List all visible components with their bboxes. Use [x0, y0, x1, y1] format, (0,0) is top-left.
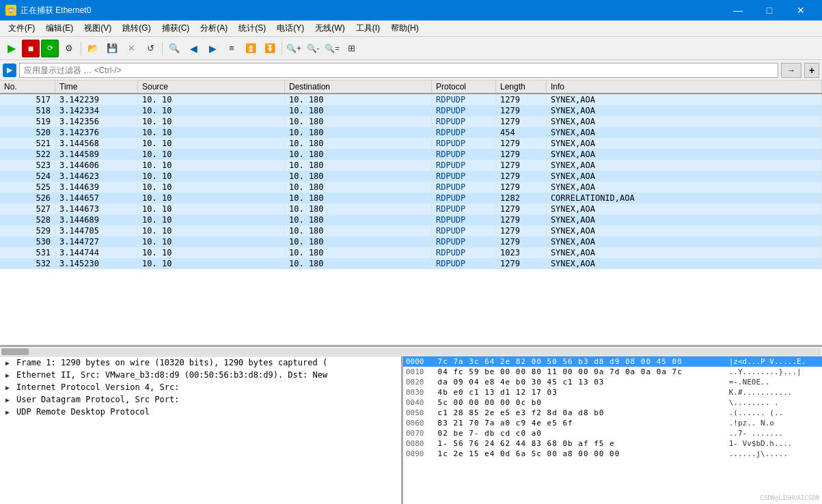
- filter-apply-button[interactable]: →: [781, 63, 802, 78]
- expand-icon[interactable]: ▶: [5, 359, 14, 367]
- table-row[interactable]: 5243.14462310. 1010. 180RDPUDP1279SYNEX,…: [0, 171, 822, 182]
- table-row[interactable]: 5223.14458910. 1010. 180RDPUDP1279SYNEX,…: [0, 149, 822, 160]
- table-header-row: No. Time Source Destination Protocol Len…: [0, 81, 822, 94]
- hex-ascii: K.#...........: [726, 387, 822, 397]
- table-row[interactable]: 5293.14470510. 1010. 180RDPUDP1279SYNEX,…: [0, 225, 822, 236]
- table-cell: SYNEX,AOA: [546, 247, 821, 258]
- table-cell: 529: [0, 225, 55, 236]
- table-row[interactable]: 5193.14235610. 1010. 180RDPUDP1279SYNEX,…: [0, 116, 822, 127]
- table-row[interactable]: 5173.14223910. 1010. 180RDPUDP1279SYNEX,…: [0, 94, 822, 105]
- table-row[interactable]: 5303.14472710. 1010. 180RDPUDP1279SYNEX,…: [0, 236, 822, 247]
- hex-ascii: ......j\.....: [726, 449, 822, 459]
- table-cell: SYNEX,AOA: [546, 94, 821, 105]
- table-cell: 10. 180: [284, 116, 431, 127]
- table-cell: 10. 10: [138, 214, 285, 225]
- packet-list-area[interactable]: No. Time Source Destination Protocol Len…: [0, 81, 822, 347]
- table-row[interactable]: 5313.14474410. 1010. 180RDPUDP1023SYNEX,…: [0, 247, 822, 258]
- h-scroll-thumb[interactable]: [1, 348, 29, 355]
- resize-columns-button[interactable]: ⊞: [342, 40, 360, 57]
- col-header-protocol[interactable]: Protocol: [431, 81, 495, 94]
- table-row[interactable]: 5183.14233410. 1010. 180RDPUDP1279SYNEX,…: [0, 105, 822, 116]
- close-button[interactable]: ✕: [785, 0, 817, 20]
- restart-capture-button[interactable]: ⟳: [41, 40, 59, 57]
- close-file-button[interactable]: ✕: [122, 40, 140, 57]
- table-cell: SYNEX,AOA: [546, 149, 821, 160]
- h-scroll-track: [1, 348, 821, 355]
- goto-packet-button[interactable]: ≡: [223, 40, 241, 57]
- detail-item[interactable]: ▶Ethernet II, Src: VMware_b3:d8:d9 (00:5…: [0, 369, 401, 381]
- save-file-button[interactable]: 💾: [103, 40, 121, 57]
- table-row[interactable]: 5203.14237610. 1010. 180RDPUDP454SYNEX,A…: [0, 127, 822, 138]
- toolbar-sep-3: [282, 42, 282, 55]
- col-header-info[interactable]: Info: [546, 81, 821, 94]
- table-cell: SYNEX,AOA: [546, 138, 821, 149]
- menu-view[interactable]: 视图(V): [79, 21, 117, 36]
- filter-add-button[interactable]: +: [804, 63, 819, 78]
- table-cell: RDPUDP: [431, 247, 495, 258]
- stop-capture-button[interactable]: ■: [22, 40, 40, 57]
- zoom-reset-button[interactable]: 🔍=: [323, 40, 341, 57]
- menu-file[interactable]: 文件(F): [3, 21, 40, 36]
- maximize-button[interactable]: □: [754, 0, 785, 20]
- col-header-destination[interactable]: Destination: [284, 81, 431, 94]
- table-cell: 10. 10: [138, 105, 285, 116]
- menu-telephone[interactable]: 电话(Y): [271, 21, 310, 36]
- hex-offset: 0090: [403, 449, 435, 459]
- table-cell: RDPUDP: [431, 182, 495, 193]
- menu-help[interactable]: 帮助(H): [385, 21, 424, 36]
- menu-jump[interactable]: 跳转(G): [117, 21, 156, 36]
- table-row[interactable]: 5323.14523010. 1010. 180RDPUDP1279SYNEX,…: [0, 258, 822, 269]
- menu-analyze[interactable]: 分析(A): [195, 21, 233, 36]
- next-packet-button[interactable]: ▶: [204, 40, 221, 57]
- table-row[interactable]: 5263.14465710. 1010. 180RDPUDP1282CORREL…: [0, 193, 822, 204]
- table-cell: 3.144744: [55, 247, 138, 258]
- table-row[interactable]: 5233.14460610. 1010. 180RDPUDP1279SYNEX,…: [0, 160, 822, 171]
- table-row[interactable]: 5253.14463910. 1010. 180RDPUDP1279SYNEX,…: [0, 182, 822, 193]
- filter-input[interactable]: [19, 63, 778, 78]
- horizontal-scrollbar[interactable]: [0, 347, 822, 356]
- expand-icon[interactable]: ▶: [5, 408, 14, 416]
- reload-button[interactable]: ↺: [141, 40, 159, 57]
- start-capture-button[interactable]: ▶: [3, 40, 20, 57]
- menu-edit[interactable]: 编辑(E): [40, 21, 79, 36]
- table-row[interactable]: 5213.14456810. 1010. 180RDPUDP1279SYNEX,…: [0, 138, 822, 149]
- col-header-no[interactable]: No.: [0, 81, 55, 94]
- table-cell: 1279: [496, 171, 547, 182]
- menu-wireless[interactable]: 无线(W): [310, 21, 350, 36]
- table-cell: 10. 10: [138, 149, 285, 160]
- zoom-out-button[interactable]: 🔍-: [304, 40, 322, 57]
- expand-icon[interactable]: ▶: [5, 372, 14, 379]
- table-cell: 10. 180: [284, 193, 431, 204]
- col-header-length[interactable]: Length: [496, 81, 547, 94]
- table-cell: SYNEX,AOA: [546, 258, 821, 269]
- menu-tools[interactable]: 工具(I): [351, 21, 385, 36]
- table-row[interactable]: 5283.14468910. 1010. 180RDPUDP1279SYNEX,…: [0, 214, 822, 225]
- open-file-button[interactable]: 📂: [84, 40, 102, 57]
- table-cell: RDPUDP: [431, 171, 495, 182]
- capture-options-button[interactable]: ⚙: [60, 40, 78, 57]
- table-cell: 10. 10: [138, 138, 285, 149]
- table-cell: 517: [0, 94, 55, 105]
- last-packet-button[interactable]: ⏬: [261, 40, 279, 57]
- hex-row: 007002 be 7- db cd c0 a0 ..7- .......: [403, 428, 822, 438]
- detail-item[interactable]: ▶Frame 1: 1290 bytes on wire (10320 bits…: [0, 356, 401, 369]
- col-header-time[interactable]: Time: [55, 81, 138, 94]
- menu-statistics[interactable]: 统计(S): [233, 21, 271, 36]
- expand-icon[interactable]: ▶: [5, 396, 14, 404]
- expand-icon[interactable]: ▶: [5, 384, 14, 391]
- menu-capture[interactable]: 捕获(C): [156, 21, 195, 36]
- first-packet-button[interactable]: ⏫: [242, 40, 260, 57]
- table-cell: 3.144657: [55, 193, 138, 204]
- table-row[interactable]: 5273.14467310. 1010. 180RDPUDP1279SYNEX,…: [0, 204, 822, 214]
- detail-item[interactable]: ▶User Datagram Protocol, Src Port:: [0, 393, 401, 406]
- find-packet-button[interactable]: 🔍: [165, 40, 183, 57]
- prev-packet-button[interactable]: ◀: [184, 40, 202, 57]
- detail-item[interactable]: ▶Internet Protocol Version 4, Src:: [0, 381, 401, 393]
- hex-ascii: 1- Vv$bD.h....: [726, 438, 822, 449]
- col-header-source[interactable]: Source: [138, 81, 285, 94]
- zoom-in-button[interactable]: 🔍+: [285, 40, 303, 57]
- minimize-button[interactable]: —: [722, 0, 754, 20]
- table-cell: 10. 10: [138, 204, 285, 214]
- detail-item[interactable]: ▶UDP Remote Desktop Protocol: [0, 406, 401, 418]
- hex-ascii: .!pz.. N.o: [726, 418, 822, 428]
